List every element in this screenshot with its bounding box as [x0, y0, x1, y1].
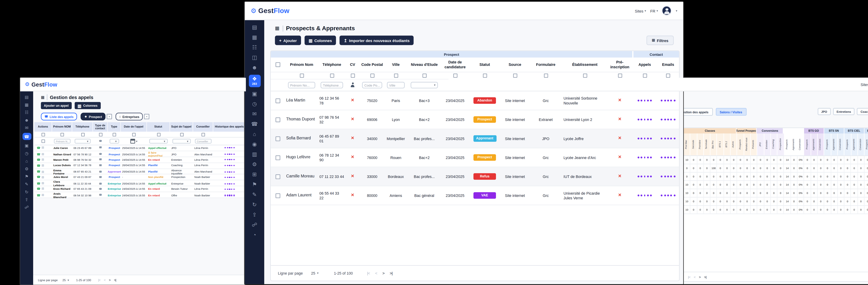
column-checkbox[interactable]: [180, 133, 183, 136]
call-row[interactable]: ☎ ▤ Nathan Girard 07 56 78 90 12 ☎ Prosp…: [34, 151, 246, 157]
call-action-icon[interactable]: ☎: [37, 176, 40, 179]
name-filter-input[interactable]: [54, 139, 70, 144]
rows-checkbox[interactable]: [41, 139, 45, 143]
first-name-filter-input[interactable]: [288, 82, 315, 88]
column-checkbox[interactable]: [81, 133, 84, 136]
call-history-actions[interactable]: [224, 154, 235, 155]
filter-chip[interactable]: ☻ Prospect: [81, 113, 105, 120]
postal-filter-input[interactable]: [362, 82, 382, 88]
prospect-row[interactable]: Hugo Lefèvre 06 78 12 34 90 ✕ 76000 Roue…: [271, 148, 679, 167]
prospect-row[interactable]: Sofia Bernard 06 45 67 89 01 ✕ 34000 Mon…: [271, 129, 679, 148]
last-page-button[interactable]: >|: [114, 278, 116, 282]
call-history-actions[interactable]: [224, 189, 235, 190]
misc-icon[interactable]: ◔: [249, 232, 260, 238]
column-checkbox[interactable]: [99, 133, 102, 136]
note-action-icon[interactable]: ▤: [42, 153, 44, 156]
call-row[interactable]: ☎ ▤ Clara Lefebvre 06 11 22 33 44 ☎ Entr…: [34, 180, 246, 187]
prospect-row[interactable]: Adam Laurent 06 55 44 33 22 ✕ 80000 Amie…: [271, 186, 679, 205]
settings-icon[interactable]: ⚙: [249, 161, 260, 168]
column-checkbox[interactable]: [132, 133, 135, 136]
column-checkbox[interactable]: [394, 74, 398, 78]
city-filter-input[interactable]: [387, 82, 405, 88]
subcolumn-header[interactable]: Entretien: [764, 134, 771, 155]
emails-actions[interactable]: [661, 195, 675, 196]
column-header[interactable]: Type: [108, 122, 121, 132]
subcolumn-header[interactable]: Conversion: [798, 134, 804, 155]
person-icon[interactable]: [350, 82, 355, 88]
select-all-checkbox[interactable]: [41, 133, 45, 136]
row-checkbox[interactable]: [276, 136, 280, 141]
subcolumn-header[interactable]: Prospects: [844, 134, 851, 155]
call-row[interactable]: ☎ ▤ Julie Caron 06 23 45 67 89 ☎ Prospec…: [34, 145, 246, 151]
remove-chip-button[interactable]: ×: [107, 114, 112, 119]
calendar-icon[interactable]: ▦: [22, 102, 31, 107]
call-action-icon[interactable]: ☎: [37, 153, 40, 156]
dashboard-icon[interactable]: ▤: [22, 94, 31, 99]
emails-actions[interactable]: [661, 176, 675, 177]
subcolumn-header[interactable]: Prospects: [804, 134, 811, 155]
add-button[interactable]: +Ajouter: [275, 36, 301, 45]
companies-icon[interactable]: ⌂: [22, 158, 31, 163]
column-header[interactable]: CV: [345, 61, 360, 68]
subcolumn-header[interactable]: JPO: [757, 134, 764, 155]
sites-menu[interactable]: Sites▾: [861, 82, 868, 86]
rows-per-page-select[interactable]: 25▾: [311, 271, 318, 275]
call-action-icon[interactable]: ☎: [37, 146, 40, 149]
column-checkbox[interactable]: [300, 74, 304, 78]
subject-filter-select[interactable]: ▾: [173, 139, 191, 144]
events-icon[interactable]: ◫: [249, 55, 260, 61]
first-page-button[interactable]: |<: [367, 271, 370, 275]
edit-icon[interactable]: ✎: [249, 191, 260, 198]
emails-actions[interactable]: [661, 119, 675, 120]
stats-row[interactable]: 10000000000000001400%000000000000000: [684, 198, 868, 206]
students-icon[interactable]: ☻: [249, 65, 260, 71]
category-chip[interactable]: Entretiens: [833, 108, 855, 115]
subcolumn-header[interactable]: Seconde: [690, 134, 698, 155]
column-header[interactable]: Prénom NOM: [52, 122, 72, 132]
row-checkbox[interactable]: [276, 155, 280, 160]
remove-chip-button[interactable]: ×: [144, 114, 150, 119]
column-header[interactable]: Sujet de l'appel: [170, 122, 193, 132]
subcolumn-header[interactable]: Prospection: [778, 134, 784, 155]
column-checkbox[interactable]: [513, 74, 517, 78]
column-header[interactable]: Code Postal: [360, 61, 384, 68]
calls-actions[interactable]: [638, 156, 652, 158]
columns-button[interactable]: ▥Colonnes: [74, 102, 100, 109]
clock-icon[interactable]: ◷: [249, 101, 260, 107]
call-row[interactable]: ☎ ▤ Emma Fontaine 06 87 65 43 21 ☎ Appre…: [34, 169, 246, 175]
call-action-icon[interactable]: ☎: [37, 170, 40, 173]
links-icon[interactable]: ☍: [249, 222, 260, 228]
note-action-icon[interactable]: ▤: [42, 182, 44, 185]
contact-type-icon[interactable]: ☎: [99, 140, 102, 142]
column-header[interactable]: Téléphone: [318, 61, 345, 68]
call-history-actions[interactable]: [224, 183, 235, 184]
note-action-icon[interactable]: ▤: [42, 147, 44, 149]
column-checkbox[interactable]: [60, 133, 64, 136]
settings-icon[interactable]: ⚙: [22, 166, 31, 171]
column-header[interactable]: Formulaire: [529, 61, 562, 68]
calendar-icon[interactable]: [130, 139, 135, 144]
links-icon[interactable]: ☍: [22, 205, 31, 209]
call-history-actions[interactable]: [224, 171, 235, 173]
sessions-icon[interactable]: ▣: [249, 90, 260, 97]
prospects-icon[interactable]: ❖ 283: [249, 75, 260, 87]
subcolumn-header[interactable]: Première: [697, 134, 704, 155]
subcolumn-header[interactable]: Apprenants: [831, 134, 838, 155]
column-header[interactable]: Type de contact: [93, 122, 108, 132]
note-action-icon[interactable]: ▤: [42, 171, 44, 173]
subcolumn-header[interactable]: Prospects: [825, 134, 831, 155]
column-checkbox[interactable]: [330, 74, 334, 78]
columns-button[interactable]: ▥Colonnes: [305, 36, 336, 45]
stats-row[interactable]: 10000000000000001400%000000000000000: [684, 206, 868, 214]
call-action-icon[interactable]: ☎: [37, 182, 40, 185]
row-checkbox[interactable]: [276, 174, 280, 179]
calls-icon[interactable]: ☎: [22, 133, 31, 140]
calls-icon[interactable]: ☎: [249, 121, 260, 127]
call-row[interactable]: ☎ ▤ Manon Petit 06 98 76 54 32 ☎ Prospec…: [34, 157, 246, 163]
add-call-button[interactable]: Ajouter un appel: [41, 102, 72, 109]
edit-icon[interactable]: ✎: [22, 181, 31, 186]
stats-row[interactable]: 0000000000000001400%000000000000000: [684, 173, 868, 181]
planning-icon[interactable]: ☷: [249, 45, 260, 51]
subcolumn-header[interactable]: Conversion: [838, 134, 844, 155]
call-action-icon[interactable]: ☎: [37, 188, 40, 191]
